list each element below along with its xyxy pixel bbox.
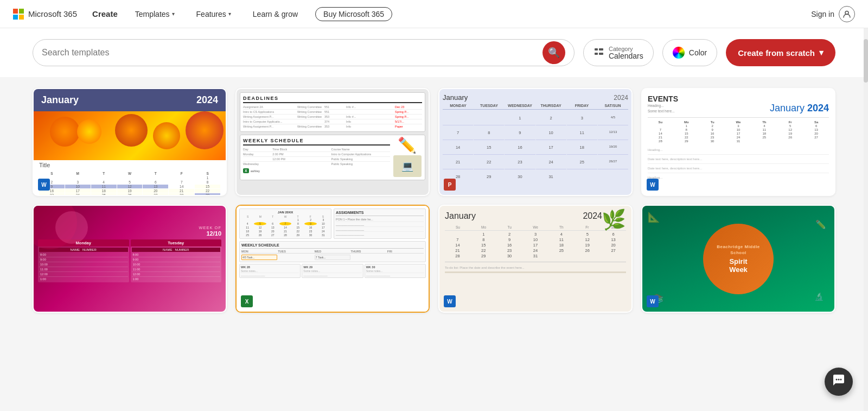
scroll-thumb[interactable] bbox=[864, 39, 868, 83]
color-filter-label: Color bbox=[689, 48, 707, 57]
scrollbar[interactable] bbox=[864, 28, 868, 411]
search-button[interactable]: 🔍 bbox=[542, 41, 565, 64]
microsoft-logo bbox=[13, 9, 24, 20]
word-app-icon-card8: W bbox=[647, 295, 659, 307]
templates-section: January 2024 Title S bbox=[0, 77, 868, 334]
ppt-app-icon-card3: P bbox=[444, 179, 456, 191]
chat-fab-icon bbox=[832, 374, 845, 390]
card1-flower-photo bbox=[34, 111, 226, 160]
sign-in-button[interactable]: Sign in bbox=[811, 6, 855, 22]
create-nav-label: Create bbox=[92, 9, 118, 18]
search-bar-container: 🔍 bbox=[33, 39, 575, 66]
word-app-icon-card7: W bbox=[444, 295, 456, 307]
svg-rect-4 bbox=[599, 53, 603, 55]
card1-mini-calendar: S M T W T F S 1 2345678 9101112131415 16… bbox=[34, 170, 226, 195]
search-input[interactable] bbox=[42, 48, 536, 58]
templates-nav-item[interactable]: Templates ▾ bbox=[131, 8, 179, 21]
template-card-deadlines[interactable]: DEADLINES Assignment 2AWriting Committee… bbox=[235, 88, 430, 196]
ms365-brand-text: Microsoft 365 bbox=[28, 9, 77, 18]
svg-point-5 bbox=[836, 379, 838, 381]
create-from-scratch-chevron-icon: ▾ bbox=[819, 48, 824, 58]
template-card-pink-weekly[interactable]: WEEK OF 12/10 Monday NAME NUMBER 8:00 9:… bbox=[33, 205, 227, 313]
card1-month: January bbox=[41, 94, 79, 106]
template-thumb-assignments: JAN 20XX SMTWTFS 123 45678910 1112131415… bbox=[237, 206, 429, 312]
svg-point-7 bbox=[840, 379, 842, 381]
template-card-january-floral[interactable]: January 2024 Title S bbox=[33, 88, 227, 196]
create-from-scratch-button[interactable]: Create from scratch ▾ bbox=[726, 39, 835, 66]
templates-chevron-icon: ▾ bbox=[172, 11, 175, 17]
color-wheel-icon bbox=[673, 47, 685, 59]
svg-rect-1 bbox=[595, 48, 598, 50]
template-card-events[interactable]: EVENTS Heading... Some text here... Janu… bbox=[641, 88, 835, 196]
learn-grow-nav-label: Learn & grow bbox=[253, 10, 298, 18]
svg-rect-2 bbox=[595, 53, 598, 55]
svg-point-6 bbox=[838, 379, 840, 381]
features-chevron-icon: ▾ bbox=[228, 11, 231, 17]
template-card-assignments[interactable]: JAN 20XX SMTWTFS 123 45678910 1112131415… bbox=[235, 205, 430, 313]
search-area: 🔍 Category Calendars Color Create from s… bbox=[0, 28, 868, 77]
chat-fab-button[interactable] bbox=[825, 368, 853, 396]
search-icon: 🔍 bbox=[548, 47, 560, 59]
template-thumb-minimal: 🌿 January 2024 SuMoTuWeThFrSa 123456 789… bbox=[439, 206, 631, 312]
excel-app-icon-card6: X bbox=[241, 295, 253, 307]
svg-rect-3 bbox=[599, 48, 603, 50]
card1-title-text: Title bbox=[34, 160, 226, 170]
navigation-bar: Microsoft 365 Create Templates ▾ Feature… bbox=[0, 0, 868, 28]
category-filter-text: Category Calendars bbox=[609, 46, 643, 60]
template-thumb-pink-weekly: WEEK OF 12/10 Monday NAME NUMBER 8:00 9:… bbox=[34, 206, 226, 312]
template-thumb-blue-monthly: January 2024 MONDAYTUESDAYWEDNESDAYTHURS… bbox=[439, 89, 631, 195]
template-card-spirit-week[interactable]: 📐 ✏️ 📚 🔬 Beachridge Middle School Spirit… bbox=[641, 205, 835, 313]
template-thumb-january-floral: January 2024 Title S bbox=[34, 89, 226, 195]
ms365-logo-link[interactable]: Microsoft 365 bbox=[13, 9, 77, 20]
category-filter[interactable]: Category Calendars bbox=[583, 39, 654, 66]
word-app-icon-card4: W bbox=[647, 179, 659, 191]
features-nav-label: Features bbox=[196, 10, 226, 18]
sign-in-label: Sign in bbox=[811, 10, 834, 18]
create-from-scratch-label: Create from scratch bbox=[738, 48, 815, 58]
templates-nav-label: Templates bbox=[135, 10, 170, 18]
category-small-label: Category bbox=[609, 46, 643, 52]
templates-grid: January 2024 Title S bbox=[33, 88, 835, 313]
color-filter[interactable]: Color bbox=[662, 39, 717, 66]
template-thumb-events: EVENTS Heading... Some text here... Janu… bbox=[642, 89, 834, 195]
category-filter-icon bbox=[593, 46, 604, 60]
features-nav-item[interactable]: Features ▾ bbox=[192, 8, 235, 21]
template-card-blue-monthly[interactable]: January 2024 MONDAYTUESDAYWEDNESDAYTHURS… bbox=[438, 88, 633, 196]
template-thumb-spirit-week: 📐 ✏️ 📚 🔬 Beachridge Middle School Spirit… bbox=[642, 206, 834, 312]
user-avatar bbox=[839, 6, 855, 22]
template-card-minimal[interactable]: 🌿 January 2024 SuMoTuWeThFrSa 123456 789… bbox=[438, 205, 633, 313]
card1-year: 2024 bbox=[196, 94, 218, 106]
template-thumb-deadlines: DEADLINES Assignment 2AWriting Committee… bbox=[237, 89, 429, 195]
buy-ms365-button[interactable]: Buy Microsoft 365 bbox=[315, 7, 392, 21]
category-main-label: Calendars bbox=[609, 52, 643, 60]
learn-grow-nav-item[interactable]: Learn & grow bbox=[248, 8, 302, 21]
word-app-icon-card1: W bbox=[38, 179, 50, 191]
